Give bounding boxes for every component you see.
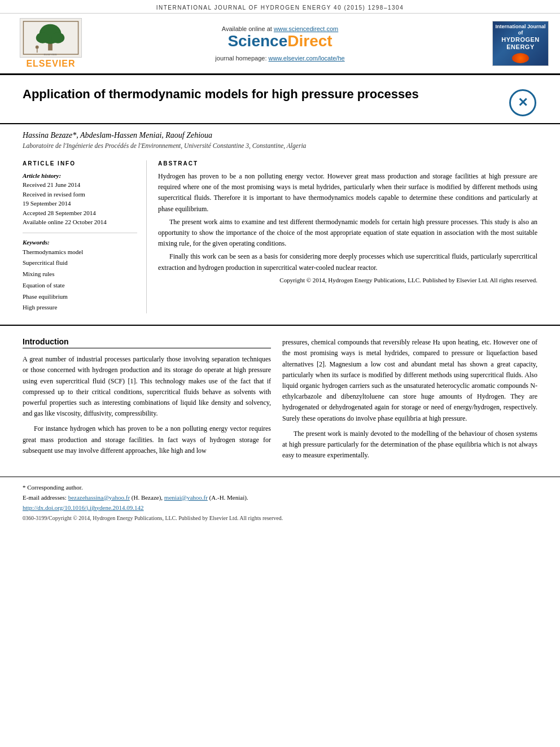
doi-link[interactable]: http://dx.doi.org/10.1016/j.ijhydene.201…: [23, 504, 144, 511]
col-left: Introduction A great number of industria…: [23, 337, 271, 465]
journal-homepage-url[interactable]: www.elsevier.com/locate/he: [269, 55, 345, 62]
revised-label: Received in revised form: [23, 190, 137, 199]
crossmark-icon: [509, 89, 536, 116]
col-right: pressures, chemical compounds that rever…: [282, 337, 537, 465]
keywords-list: Thermodynamics model Supercritical fluid…: [23, 247, 137, 314]
intro-p2: For instance hydrogen which has proven t…: [23, 423, 271, 456]
keyword-6: High pressure: [23, 302, 137, 313]
authors-section: Hassina Bezaze*, Abdeslam-Hassen Meniai,…: [0, 124, 560, 151]
journal-cover: International Journal of HYDROGENENERGY: [492, 21, 549, 66]
cover-circle-graphic: [512, 53, 529, 63]
banner-center: Available online at www.sciencedirect.co…: [90, 25, 470, 62]
authors: Hassina Bezaze*, Abdeslam-Hassen Meniai,…: [23, 131, 212, 139]
abstract-p3: Finally this work can be seen as a basis…: [158, 251, 537, 273]
abstract-copyright: Copyright © 2014, Hydrogen Energy Public…: [158, 277, 537, 283]
journal-name: International Journal of Hydrogen Energy…: [156, 5, 404, 11]
email-label: E-mail addresses:: [23, 494, 67, 501]
svg-point-5: [51, 32, 64, 43]
email2-link[interactable]: meniai@yahoo.fr: [164, 494, 208, 501]
journal-banner: ELSEVIER ELSEVIER Available online at ww…: [0, 14, 560, 75]
email1-name: (H. Bezaze),: [132, 494, 163, 501]
article-info-panel: Article Info Article history: Received 2…: [23, 160, 147, 313]
email1-link[interactable]: bezazehassina@yahoo.fr: [68, 494, 130, 501]
journal-header: International Journal of Hydrogen Energy…: [0, 0, 560, 14]
abstract-p1: Hydrogen has proven to be a non pollutin…: [158, 171, 537, 215]
sciencedirect-logo: ScienceDirect: [90, 32, 470, 50]
accepted-date: Accepted 28 September 2014: [23, 208, 137, 218]
footnotes: * Corresponding author. E-mail addresses…: [0, 477, 560, 525]
keyword-3: Mixing rules: [23, 269, 137, 280]
issn-line: 0360-3199/Copyright © 2014, Hydrogen Ene…: [23, 515, 537, 521]
main-content: Introduction A great number of industria…: [0, 326, 560, 477]
svg-point-6: [36, 46, 39, 49]
article-info-heading: Article Info: [23, 160, 137, 167]
abstract-heading: Abstract: [158, 160, 537, 167]
abstract-section: Abstract Hydrogen has proven to be a non…: [158, 160, 537, 313]
journal-homepage: journal homepage: www.elsevier.com/locat…: [90, 55, 470, 62]
elsevier-wordmark: ELSEVIER: [26, 59, 75, 69]
introduction-right-text: pressures, chemical compounds that rever…: [282, 337, 537, 461]
corresponding-label: * Corresponding author.: [23, 484, 83, 491]
cover-subtitle: HYDROGENENERGY: [501, 36, 540, 51]
intro-right-p2: The present work is mainly devoted to th…: [282, 429, 537, 461]
sd-logo-text: ScienceDirect: [228, 32, 332, 50]
article-history-label: Article history:: [23, 172, 137, 179]
article-body: Article Info Article history: Received 2…: [0, 151, 560, 326]
revised-date: 19 September 2014: [23, 199, 137, 208]
svg-point-4: [36, 32, 49, 43]
svg-text:ELSEVIER: ELSEVIER: [44, 53, 58, 56]
keyword-4: Equation of state: [23, 280, 137, 291]
article-title: Application of thermodynamic models for …: [23, 86, 419, 103]
keyword-2: Supercritical fluid: [23, 257, 137, 269]
keyword-1: Thermodynamics model: [23, 247, 137, 258]
introduction-text: A great number of industrial processes p…: [23, 354, 271, 456]
cover-title: International Journal of: [495, 24, 546, 36]
abstract-p2: The present work aims to examine and tes…: [158, 217, 537, 250]
footnote-doi: http://dx.doi.org/10.1016/j.ijhydene.201…: [23, 503, 537, 513]
elsevier-tree-icon: ELSEVIER: [20, 18, 82, 58]
introduction-heading: Introduction: [23, 337, 271, 348]
authors-line: Hassina Bezaze*, Abdeslam-Hassen Meniai,…: [23, 131, 537, 140]
available-online-date: Available online 22 October 2014: [23, 217, 137, 227]
crossmark-badge: [509, 89, 537, 117]
article-title-section: Application of thermodynamic models for …: [0, 75, 560, 124]
received-date: Received 21 June 2014: [23, 180, 137, 190]
footnote-emails: E-mail addresses: bezazehassina@yahoo.fr…: [23, 493, 537, 503]
sciencedirect-url[interactable]: www.sciencedirect.com: [274, 25, 338, 32]
footnote-corresponding: * Corresponding author.: [23, 483, 537, 493]
abstract-text: Hydrogen has proven to be a non pollutin…: [158, 171, 537, 273]
intro-right-p1: pressures, chemical compounds that rever…: [282, 337, 537, 424]
intro-p1: A great number of industrial processes p…: [23, 354, 271, 419]
keywords-label: Keywords:: [23, 239, 137, 246]
affiliation: Laboratoire de l'Ingénierie des Procédés…: [23, 142, 537, 149]
elsevier-logo: ELSEVIER ELSEVIER: [11, 18, 90, 69]
available-online-text: Available online at www.sciencedirect.co…: [90, 25, 470, 32]
banner-right: International Journal of HYDROGENENERGY: [470, 21, 549, 66]
keyword-5: Phase equilibrium: [23, 291, 137, 303]
email2-name: (A.-H. Meniai).: [209, 494, 248, 501]
